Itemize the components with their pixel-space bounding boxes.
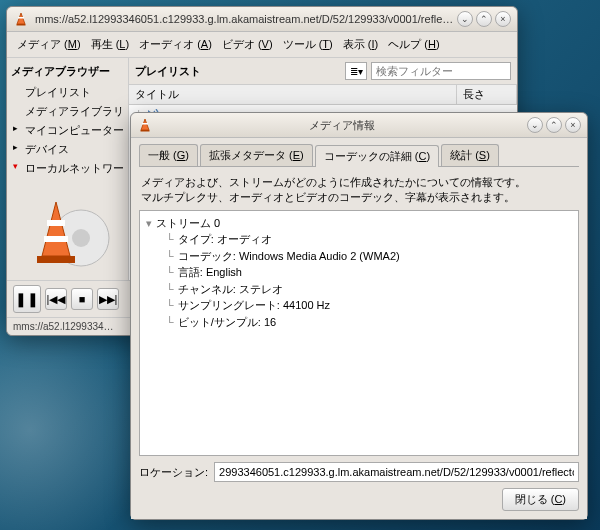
menu-i[interactable]: 表示 (I)	[339, 35, 382, 54]
minimize-button[interactable]: ⌄	[457, 11, 473, 27]
tab-g[interactable]: 一般 (G)	[139, 144, 198, 166]
svg-rect-2	[17, 24, 26, 26]
close-button[interactable]: ×	[495, 11, 511, 27]
col-length[interactable]: 長さ	[457, 85, 517, 104]
sidebar: メディアブラウザー プレイリストメディアライブラリーマイコンピューターデバイスロ…	[7, 58, 129, 280]
next-button[interactable]: ▶▶|	[97, 288, 119, 310]
main-titlebar[interactable]: mms://a52.l12993346051.c129933.g.lm.akam…	[7, 7, 517, 32]
svg-point-4	[72, 229, 90, 247]
tab-c[interactable]: コーデックの詳細 (C)	[315, 145, 439, 167]
svg-rect-1	[18, 17, 24, 19]
svg-rect-12	[141, 130, 150, 132]
pause-button[interactable]: ❚❚	[13, 285, 41, 313]
media-info-window: メディア情報 ⌄ ⌃ × 一般 (G)拡張メタデータ (E)コーデックの詳細 (…	[130, 112, 588, 520]
stream-property: └サンプリングレート: 44100 Hz	[146, 297, 572, 314]
tab-s[interactable]: 統計 (S)	[441, 144, 499, 166]
main-title: mms://a52.l12993346051.c129933.g.lm.akam…	[35, 13, 454, 25]
stream-header[interactable]: ▾ストリーム 0	[146, 215, 572, 232]
stop-button[interactable]: ■	[71, 288, 93, 310]
svg-rect-8	[37, 256, 75, 263]
tab-e[interactable]: 拡張メタデータ (E)	[200, 144, 313, 166]
vlc-icon	[13, 11, 29, 27]
codec-description: メディアおよび、ストリームがどのように作成されたかについての情報です。マルチプレ…	[139, 171, 579, 210]
sidebar-item[interactable]: ローカルネットワーク	[11, 159, 124, 178]
sidebar-item[interactable]: デバイス	[11, 140, 124, 159]
menu-v[interactable]: ビデオ (V)	[218, 35, 277, 54]
stream-property: └言語: English	[146, 264, 572, 281]
info-title: メディア情報	[159, 118, 524, 133]
sidebar-item[interactable]: メディアライブラリー	[11, 102, 124, 121]
codec-tree[interactable]: ▾ストリーム 0└タイプ: オーディオ└コーデック: Windows Media…	[139, 210, 579, 456]
stream-property: └ビット/サンプル: 16	[146, 314, 572, 331]
minimize-button[interactable]: ⌄	[527, 117, 543, 133]
menu-t[interactable]: ツール (T)	[279, 35, 337, 54]
menu-a[interactable]: オーディオ (A)	[135, 35, 216, 54]
view-mode-button[interactable]: ≣▾	[345, 62, 367, 80]
tabbar: 一般 (G)拡張メタデータ (E)コーデックの詳細 (C)統計 (S)	[139, 144, 579, 167]
stream-property: └コーデック: Windows Media Audio 2 (WMA2)	[146, 248, 572, 265]
svg-rect-6	[47, 220, 65, 226]
svg-rect-7	[44, 236, 68, 242]
stream-property: └チャンネル: ステレオ	[146, 281, 572, 298]
list-header: タイトル 長さ	[129, 85, 517, 105]
menu-l[interactable]: 再生 (L)	[87, 35, 134, 54]
prev-button[interactable]: |◀◀	[45, 288, 67, 310]
sidebar-title: メディアブラウザー	[11, 62, 124, 83]
content-title: プレイリスト	[135, 64, 345, 79]
search-input[interactable]	[371, 62, 511, 80]
vlc-icon	[137, 117, 153, 133]
maximize-button[interactable]: ⌃	[546, 117, 562, 133]
col-title[interactable]: タイトル	[129, 85, 457, 104]
menu-h[interactable]: ヘルプ (H)	[384, 35, 443, 54]
sidebar-item[interactable]: マイコンピューター	[11, 121, 124, 140]
stream-property: └タイプ: オーディオ	[146, 231, 572, 248]
menu-m[interactable]: メディア (M)	[13, 35, 85, 54]
location-input[interactable]	[214, 462, 579, 482]
svg-rect-11	[142, 123, 148, 125]
location-label: ロケーション:	[139, 465, 208, 480]
info-titlebar[interactable]: メディア情報 ⌄ ⌃ ×	[131, 113, 587, 138]
close-dialog-button[interactable]: 閉じる (C)	[502, 488, 579, 511]
maximize-button[interactable]: ⌃	[476, 11, 492, 27]
close-button[interactable]: ×	[565, 117, 581, 133]
sidebar-item[interactable]: プレイリスト	[11, 83, 124, 102]
vlc-cone-art	[11, 188, 124, 278]
menubar: メディア (M)再生 (L)オーディオ (A)ビデオ (V)ツール (T)表示 …	[7, 32, 517, 58]
